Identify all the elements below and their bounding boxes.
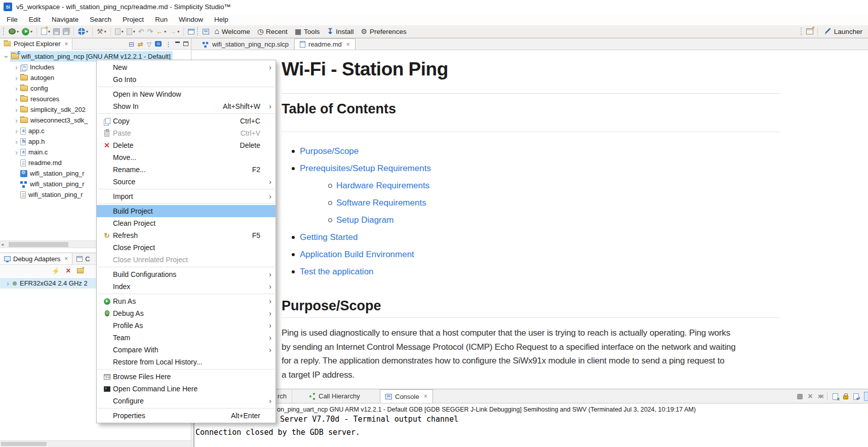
horizontal-scrollbar[interactable] — [0, 440, 191, 447]
debug-button[interactable]: ▾ — [8, 26, 20, 37]
view-menu-icon[interactable] — [165, 40, 172, 48]
context-menu-item-close-unrelated[interactable]: Close Unrelated Project — [97, 254, 275, 266]
maximize-icon[interactable] — [183, 42, 188, 46]
open-perspective-button[interactable] — [805, 26, 814, 37]
tab-debug-adapters[interactable]: Debug Adapters × — [0, 253, 72, 264]
filter-icon[interactable] — [147, 40, 151, 48]
collapsed-arrow-icon[interactable]: › — [13, 138, 20, 146]
clear-console-icon[interactable] — [833, 393, 838, 400]
remove-launch-icon[interactable] — [808, 392, 812, 400]
scroll-left-arrow-icon[interactable]: ◂ — [1, 241, 4, 247]
welcome-button[interactable]: Welcome — [211, 27, 254, 35]
collapsed-arrow-icon[interactable]: › — [13, 95, 20, 103]
context-menu-item-close-project[interactable]: Close Project — [97, 241, 275, 254]
menu-run[interactable]: Run — [149, 14, 173, 25]
context-menu-item-profile-as[interactable]: Profile As› — [97, 319, 275, 332]
connect-icon[interactable] — [52, 267, 60, 275]
preferences-button[interactable]: Preferences — [357, 28, 410, 35]
collapsed-arrow-icon[interactable]: › — [13, 63, 20, 71]
collapsed-arrow-icon[interactable]: › — [13, 116, 20, 125]
build-button[interactable]: ▾ — [96, 26, 107, 37]
toc-link-software[interactable]: Software Requirements — [336, 198, 426, 208]
context-menu-item-show-in[interactable]: Show InAlt+Shift+W› — [97, 100, 275, 112]
minimize-icon[interactable] — [175, 42, 180, 43]
context-menu-item-properties[interactable]: PropertiesAlt+Enter — [97, 410, 275, 422]
close-icon[interactable]: × — [64, 40, 68, 48]
context-menu-item-open-command-line[interactable]: Open Command Line Here — [97, 383, 275, 395]
si-badge-icon[interactable]: Si — [155, 41, 162, 47]
toc-link-setup-diagram[interactable]: Setup Diagram — [336, 215, 393, 225]
new-source-button[interactable]: ▾ — [114, 26, 125, 37]
word-wrap-icon[interactable] — [853, 393, 859, 400]
target-button[interactable]: ▾ — [77, 26, 89, 37]
context-menu-item-rename[interactable]: Rename...F2 — [97, 164, 275, 176]
collapsed-arrow-icon[interactable]: › — [13, 74, 20, 82]
link-with-editor-icon[interactable] — [138, 40, 143, 48]
context-menu-item-delete[interactable]: DeleteDelete — [97, 139, 275, 151]
context-menu-item-source[interactable]: Source› — [97, 176, 275, 188]
menu-navigate[interactable]: Navigate — [46, 14, 84, 25]
context-menu-item-index[interactable]: Index› — [97, 280, 275, 293]
collapsed-arrow-icon[interactable]: › — [13, 106, 20, 114]
tab-console[interactable]: Console × — [380, 389, 433, 403]
context-menu-item-go-into[interactable]: Go Into — [97, 73, 275, 86]
context-menu-item-configure[interactable]: Configure› — [97, 395, 275, 407]
toc-link-build-environment[interactable]: Application Build Environment — [300, 250, 414, 259]
close-icon[interactable]: × — [424, 393, 427, 400]
context-menu-item-compare-with[interactable]: Compare With› — [97, 344, 275, 356]
context-menu-item-import[interactable]: Import› — [97, 190, 275, 202]
run-button[interactable]: ▾ — [21, 26, 33, 37]
terminate-icon[interactable] — [797, 394, 803, 399]
context-menu-item-open-in-new-window[interactable]: Open in New Window — [97, 88, 275, 100]
scrollbar-thumb[interactable] — [1, 442, 47, 446]
context-menu-item-clean-project[interactable]: Clean Project — [97, 217, 275, 229]
toc-link-getting-started[interactable]: Getting Started — [300, 232, 358, 242]
remove-all-launches-icon[interactable] — [818, 392, 822, 400]
toc-link-test-application[interactable]: Test the application — [300, 267, 374, 276]
tab-project-explorer[interactable]: Project Explorer × — [0, 38, 72, 50]
launcher-perspective-button[interactable]: Launcher — [820, 28, 866, 35]
toc-link-prerequisites[interactable]: Prerequisites/Setup Requirements — [300, 164, 431, 173]
collapsed-arrow-icon[interactable]: › — [13, 85, 20, 93]
last-edit-back-button[interactable]: ↶ — [137, 26, 145, 37]
back-history-button[interactable]: ←▾ — [155, 26, 167, 37]
group-folder-icon[interactable] — [77, 268, 84, 273]
disconnect-icon[interactable] — [66, 267, 70, 275]
collapsed-arrow-icon[interactable]: › — [13, 127, 20, 135]
open-console-button[interactable] — [202, 26, 210, 37]
tab-readme-editor[interactable]: readme.md × — [294, 38, 356, 50]
context-menu-item-build-configurations[interactable]: Build Configurations› — [97, 268, 275, 280]
menu-edit[interactable]: Edit — [23, 14, 46, 25]
open-task-button[interactable] — [187, 26, 195, 37]
pin-console-icon[interactable] — [864, 392, 868, 401]
context-menu-item-copy[interactable]: CopyCtrl+C — [97, 115, 275, 127]
tab-partial-view[interactable]: C — [72, 253, 94, 264]
menu-help[interactable]: Help — [209, 14, 234, 25]
close-icon[interactable]: × — [64, 255, 68, 262]
toc-link-purpose[interactable]: Purpose/Scope — [300, 146, 359, 156]
context-menu-item-new[interactable]: New› — [97, 61, 275, 73]
tab-call-hierarchy[interactable]: Call Hierarchy — [304, 389, 365, 403]
context-menu-item-restore-history[interactable]: Restore from Local History... — [97, 356, 275, 368]
menu-file[interactable]: File — [1, 14, 23, 25]
menu-project[interactable]: Project — [117, 14, 149, 25]
scrollbar-thumb[interactable] — [9, 242, 68, 247]
context-menu-item-browse-files[interactable]: Browse Files Here — [97, 371, 275, 383]
expanded-arrow-icon[interactable]: › — [3, 53, 11, 60]
close-icon[interactable]: × — [346, 41, 350, 48]
context-menu-item-team[interactable]: Team› — [97, 332, 275, 344]
context-menu-item-build-project[interactable]: Build Project — [97, 205, 275, 217]
context-menu-item-refresh[interactable]: RefreshF5 — [97, 229, 275, 241]
context-menu-item-debug-as[interactable]: Debug As› — [97, 307, 275, 319]
menu-search[interactable]: Search — [84, 14, 117, 25]
context-menu-item-paste[interactable]: PasteCtrl+V — [97, 127, 275, 139]
scroll-lock-icon[interactable] — [843, 395, 848, 399]
save-all-button[interactable] — [62, 26, 70, 37]
toc-link-hardware[interactable]: Hardware Requirements — [336, 181, 429, 190]
recent-button[interactable]: Recent — [254, 28, 291, 35]
forward-history-button[interactable]: →▾ — [168, 26, 180, 37]
collapsed-arrow-icon[interactable]: › — [4, 279, 12, 288]
last-edit-forward-button[interactable]: ↷ — [146, 26, 154, 37]
context-menu-item-run-as[interactable]: Run As› — [97, 295, 275, 307]
save-button[interactable] — [52, 26, 61, 37]
